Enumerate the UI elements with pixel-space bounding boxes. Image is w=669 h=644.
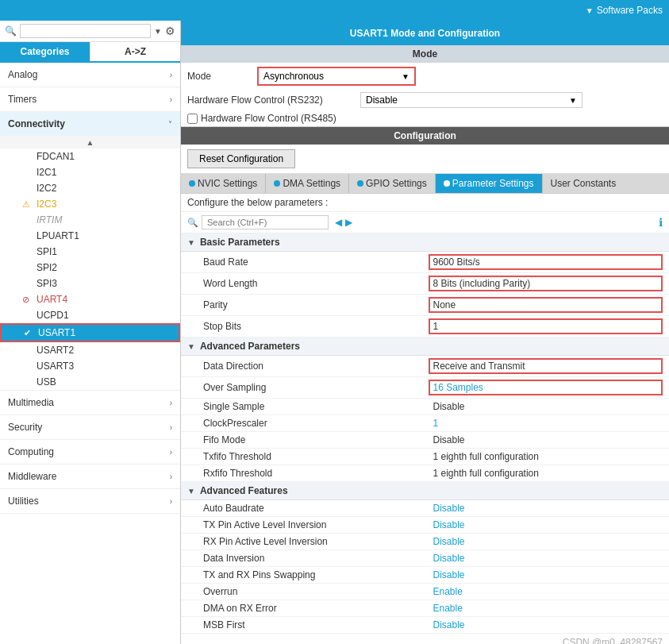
sidebar-item-security[interactable]: Security › — [0, 415, 180, 440]
tab-dot-icon — [189, 180, 195, 187]
next-result-icon[interactable]: ▶ — [345, 217, 352, 228]
sidebar-item-utilities[interactable]: Utilities › — [0, 489, 180, 514]
chevron-right-icon: › — [170, 399, 172, 407]
advanced-params-section: ▼ Advanced Parameters Data Direction Rec… — [181, 337, 669, 482]
tab-dot-icon — [357, 180, 363, 187]
sidebar-item-i2c3[interactable]: ⚠ I2C3 — [0, 196, 180, 212]
scroll-up-icon[interactable]: ▲ — [87, 138, 94, 147]
tab-gpio-settings[interactable]: GPIO Settings — [349, 174, 436, 193]
sidebar-item-lpuart1[interactable]: LPUART1 — [0, 228, 180, 244]
param-row: RX Pin Active Level Inversion Disable — [181, 534, 669, 550]
param-row: Fifo Mode Disable — [181, 432, 669, 449]
sidebar-item-uart4[interactable]: ⊘ UART4 — [0, 291, 180, 307]
param-row: Data Direction Receive and Transmit — [181, 356, 669, 377]
tab-parameter-settings[interactable]: Parameter Settings — [436, 174, 543, 193]
collapse-icon: ▼ — [187, 342, 195, 351]
tab-dma-settings[interactable]: DMA Settings — [266, 174, 349, 193]
param-row: Txfifo Threshold 1 eighth full configura… — [181, 449, 669, 465]
hw-flow-select[interactable]: Disable ▼ — [360, 92, 582, 108]
param-value: Disable — [433, 619, 663, 631]
param-value: Receive and Transmit — [429, 358, 663, 374]
param-name: Parity — [203, 299, 429, 310]
software-packs-button[interactable]: ▼ Software Packs — [586, 5, 663, 16]
param-row: Parity None — [181, 295, 669, 316]
advanced-features-section: ▼ Advanced Features Auto Baudrate Disabl… — [181, 482, 669, 634]
search-icon: 🔍 — [5, 25, 17, 37]
param-name: RX Pin Active Level Inversion — [203, 536, 433, 547]
param-value: Disable — [433, 401, 663, 412]
param-row: Overrun Enable — [181, 584, 669, 600]
basic-params-header[interactable]: ▼ Basic Parameters — [181, 233, 669, 252]
param-value: Disable — [433, 434, 663, 445]
info-icon[interactable]: ℹ — [659, 216, 663, 229]
tab-dot-icon — [444, 180, 450, 187]
sidebar-item-usb[interactable]: USB — [0, 374, 180, 390]
param-value: 1 — [429, 318, 663, 334]
chevron-down-icon: ▼ — [586, 6, 594, 15]
sidebar-item-timers[interactable]: Timers › — [0, 87, 180, 112]
dropdown-arrow-icon: ▼ — [154, 27, 162, 36]
sidebar-item-ucpd1[interactable]: UCPD1 — [0, 307, 180, 323]
param-name: Txfifo Threshold — [203, 451, 433, 462]
sidebar-item-fdcan1[interactable]: FDCAN1 — [0, 148, 180, 164]
tab-nvic-settings[interactable]: NVIC Settings — [181, 174, 266, 193]
watermark: CSDN @m0_48287567 — [181, 634, 669, 644]
param-value: 1 — [433, 418, 663, 429]
gear-icon[interactable]: ⚙ — [165, 25, 175, 37]
sidebar-item-multimedia[interactable]: Multimedia › — [0, 391, 180, 415]
sidebar-item-spi3[interactable]: SPI3 — [0, 276, 180, 291]
sidebar-item-i2c2[interactable]: I2C2 — [0, 180, 180, 196]
param-name: Baud Rate — [203, 256, 429, 268]
chevron-right-icon: › — [170, 95, 172, 104]
advanced-params-header[interactable]: ▼ Advanced Parameters — [181, 337, 669, 356]
param-name: Stop Bits — [203, 321, 429, 332]
param-name: ClockPrescaler — [203, 418, 433, 429]
param-value: Enable — [433, 603, 663, 614]
config-header: Configuration — [181, 127, 669, 145]
collapse-icon: ▼ — [187, 238, 195, 247]
sidebar-section-connectivity[interactable]: Connectivity ˅ ▲ FDCAN1 — [0, 112, 180, 391]
search-icon: 🔍 — [187, 218, 198, 228]
sidebar-item-irtim[interactable]: IRTIM — [0, 212, 180, 228]
warning-icon: ⚠ — [22, 199, 33, 210]
param-search-input[interactable] — [202, 215, 329, 229]
content-title: USART1 Mode and Configuration — [181, 21, 669, 45]
param-value: 1 eighth full configuration — [433, 468, 663, 479]
sidebar-item-spi2[interactable]: SPI2 — [0, 260, 180, 276]
select-arrow-icon: ▼ — [402, 72, 409, 81]
tab-user-constants[interactable]: User Constants — [543, 174, 625, 193]
sidebar-item-i2c1[interactable]: I2C1 — [0, 164, 180, 180]
hw-flow-rs485-label: Hardware Flow Control (RS485) — [201, 113, 336, 124]
param-value: None — [429, 297, 663, 313]
sidebar-item-usart2[interactable]: USART2 — [0, 342, 180, 358]
mode-select[interactable]: Asynchronous ▼ — [257, 67, 416, 86]
hw-flow-rs485-checkbox[interactable] — [187, 114, 198, 124]
tab-categories[interactable]: Categories — [0, 42, 90, 61]
chevron-right-icon: › — [170, 497, 172, 506]
chevron-right-icon: › — [170, 472, 172, 481]
sidebar-item-usart1[interactable]: ✔ USART1 — [0, 323, 180, 342]
param-name: Auto Baudrate — [203, 503, 433, 514]
param-row: Rxfifo Threshold 1 eighth full configura… — [181, 465, 669, 482]
param-name: Single Sample — [203, 401, 433, 412]
param-row: Stop Bits 1 — [181, 316, 669, 337]
sidebar-item-analog[interactable]: Analog › — [0, 63, 180, 87]
chevron-down-icon: ˅ — [168, 120, 172, 129]
param-row: TX Pin Active Level Inversion Disable — [181, 517, 669, 534]
reset-config-button[interactable]: Reset Configuration — [187, 149, 295, 168]
sidebar-item-computing[interactable]: Computing › — [0, 440, 180, 465]
param-name: TX and RX Pins Swapping — [203, 569, 433, 580]
tab-a-z[interactable]: A->Z — [90, 42, 180, 61]
param-name: DMA on RX Error — [203, 603, 433, 614]
sidebar-item-middleware[interactable]: Middleware › — [0, 465, 180, 489]
prev-result-icon[interactable]: ◀ — [335, 217, 342, 228]
sidebar-search-input[interactable] — [20, 24, 151, 38]
check-icon: ✔ — [24, 328, 35, 338]
hw-flow-label: Hardware Flow Control (RS232) — [187, 94, 354, 106]
advanced-features-header[interactable]: ▼ Advanced Features — [181, 482, 669, 500]
param-value: Enable — [433, 586, 663, 597]
sidebar-item-usart3[interactable]: USART3 — [0, 358, 180, 374]
param-row: ClockPrescaler 1 — [181, 415, 669, 432]
param-row: Auto Baudrate Disable — [181, 500, 669, 517]
sidebar-item-spi1[interactable]: SPI1 — [0, 244, 180, 260]
